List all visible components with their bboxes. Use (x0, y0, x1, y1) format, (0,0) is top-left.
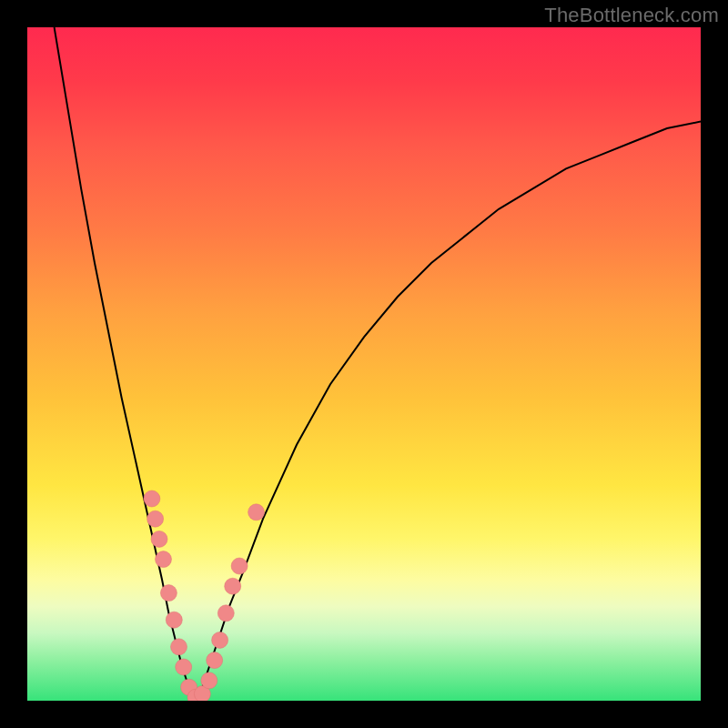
scatter-point (160, 585, 177, 602)
scatter-point (248, 504, 265, 521)
scatter-points-group (144, 490, 265, 701)
scatter-point (217, 605, 234, 622)
scatter-point (147, 511, 164, 527)
scatter-point (201, 672, 217, 689)
watermark-text: TheBottleneck.com (544, 4, 719, 27)
chart-plot-area (27, 27, 701, 701)
scatter-point (166, 612, 182, 628)
scatter-point (151, 531, 167, 547)
scatter-point (231, 558, 248, 574)
curve-left-branch (55, 27, 196, 701)
curve-right-branch (196, 122, 701, 701)
scatter-point (212, 632, 228, 648)
chart-svg (27, 27, 701, 701)
scatter-point (176, 659, 192, 675)
scatter-point (156, 551, 172, 568)
scatter-point (144, 490, 160, 507)
scatter-point (225, 578, 241, 594)
scatter-point (171, 639, 187, 655)
scatter-point (207, 652, 223, 669)
